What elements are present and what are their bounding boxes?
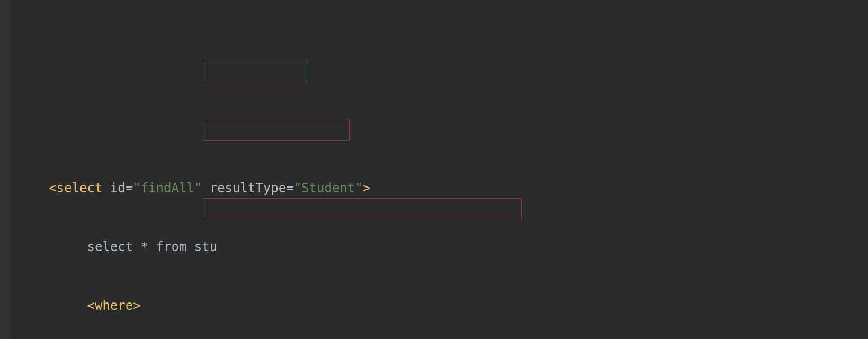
sql-text: select * from stu (87, 239, 218, 254)
tag-where: where (95, 298, 133, 313)
val-resultType: "Student" (294, 181, 363, 195)
attr-resultType: resultType (210, 181, 287, 195)
val-id: "findAll" (133, 181, 202, 195)
code-editor[interactable]: <select id="findAll" resultType="Student… (0, 0, 868, 339)
tag-select: select (57, 181, 103, 195)
code-line: <select id="findAll" resultType="Student… (11, 179, 868, 198)
delim: < (49, 181, 56, 195)
code-line: select * from stu (11, 237, 868, 257)
highlight-box-3 (204, 198, 522, 219)
code-line: <where> (11, 296, 868, 316)
highlight-box-1 (204, 61, 307, 82)
attr-id: id (110, 181, 126, 195)
gutter (0, 0, 11, 339)
highlight-box-2 (204, 120, 350, 141)
